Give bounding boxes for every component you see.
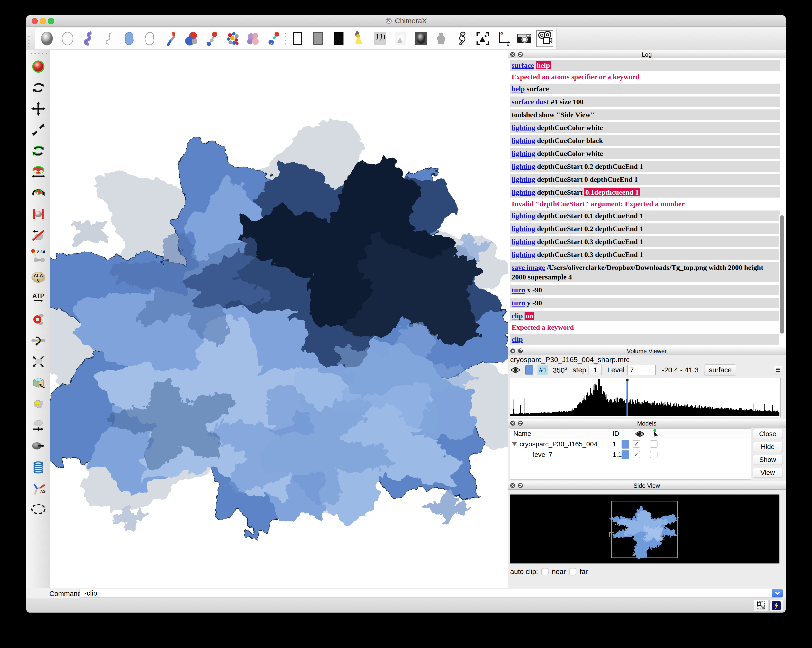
cartoon-outline-icon[interactable] (98, 29, 119, 49)
background-black-icon[interactable] (328, 29, 349, 49)
side-view-panel-header[interactable]: Side View (508, 481, 786, 490)
rotate-model-icon[interactable] (30, 185, 47, 201)
side-view-screen[interactable] (510, 494, 780, 563)
zoom-arrows-icon[interactable] (30, 122, 47, 138)
translate-selected-icon[interactable] (30, 164, 47, 180)
log-command-link[interactable]: lighting (511, 162, 535, 170)
atom-label-icon[interactable]: ATP (30, 290, 47, 306)
lighting-full-icon[interactable] (411, 29, 431, 49)
log-command-link[interactable]: clip (511, 312, 523, 320)
record-movie-icon[interactable] (534, 29, 555, 49)
show-model-button[interactable]: Show (752, 455, 783, 465)
surface-outline-icon[interactable] (140, 29, 160, 49)
log-command-link[interactable]: lighting (511, 175, 535, 183)
rotate-icon[interactable] (30, 79, 47, 96)
log-command-link[interactable]: surface dust (511, 98, 549, 105)
log-command-link[interactable]: lighting (511, 149, 535, 157)
silhouette-icon[interactable] (431, 29, 452, 49)
atoms-sphere-outline-icon[interactable] (57, 29, 78, 49)
panel-collapse-button[interactable] (774, 366, 782, 375)
surface-icon[interactable] (119, 29, 140, 49)
log-panel-header[interactable]: Log (508, 50, 786, 59)
log-command-link[interactable]: help (511, 85, 525, 93)
next-map-icon[interactable] (30, 438, 47, 454)
log-command-link[interactable]: lighting (511, 238, 535, 245)
models-panel-header[interactable]: Models (508, 419, 786, 427)
play-series-icon[interactable] (30, 417, 47, 433)
log-scrollbar-thumb[interactable] (780, 215, 784, 334)
background-gray-icon[interactable] (308, 29, 328, 49)
display-style-button[interactable]: surface (704, 364, 736, 375)
log-command-link[interactable]: lighting (511, 212, 535, 220)
snapshot-icon[interactable] (514, 29, 534, 49)
resize-graphics-button[interactable] (754, 600, 768, 611)
log-command-link[interactable]: clip (511, 335, 523, 343)
command-input[interactable] (79, 589, 774, 598)
move-model-icon[interactable] (30, 354, 47, 370)
model-color-swatch[interactable] (621, 450, 629, 459)
rotate-selected-icon[interactable] (30, 143, 47, 159)
distance-icon[interactable]: 2.3Å (30, 248, 47, 264)
step-input[interactable] (589, 365, 602, 375)
torsion-icon[interactable] (30, 332, 47, 349)
log-command-link[interactable]: save image (511, 264, 545, 271)
log-command-link[interactable]: lighting (511, 124, 535, 131)
log-command-link[interactable]: lighting (511, 188, 535, 196)
auto-clip-near-checkbox[interactable] (541, 568, 548, 575)
log-command-link[interactable]: lighting (511, 250, 535, 258)
orient-axes-icon[interactable]: y x (493, 29, 514, 49)
fast-mode-button[interactable] (769, 600, 783, 611)
cartoon-ribbon-icon[interactable] (78, 29, 98, 49)
lasso-select-icon[interactable] (30, 501, 47, 517)
id-column-header[interactable]: ID (612, 430, 619, 438)
color-by-element-icon[interactable] (222, 29, 243, 49)
name-column-header[interactable]: Name (513, 430, 531, 438)
log-command-link[interactable]: lighting (511, 225, 535, 233)
view-all-icon[interactable] (473, 29, 493, 49)
hide-model-button[interactable]: Hide (752, 442, 783, 452)
color-bfactor-icon[interactable] (263, 29, 284, 49)
volume-viewer-panel-header[interactable]: Volume Viewer (508, 347, 786, 355)
lighting-soft-icon[interactable] (390, 29, 411, 49)
eye-icon[interactable] (510, 366, 521, 374)
background-white-icon[interactable] (287, 29, 308, 49)
histogram-box[interactable] (510, 378, 781, 418)
pick-blob-icon[interactable] (30, 396, 47, 412)
graphics-viewport[interactable] (50, 50, 508, 588)
model-color-swatch[interactable] (621, 440, 629, 448)
model-shown-checkbox[interactable]: ✓ (633, 451, 640, 458)
log-command-link[interactable]: surface (511, 61, 534, 69)
atoms-sphere-icon[interactable] (37, 29, 57, 49)
crop-volume-icon[interactable] (30, 375, 47, 391)
select-icon[interactable] (30, 58, 47, 75)
model-selected-checkbox[interactable] (650, 451, 658, 458)
toolbar-drag-handle[interactable] (28, 36, 29, 47)
model-shown-checkbox[interactable]: ✓ (633, 440, 640, 448)
residue-label-icon[interactable]: ALA 8 (30, 269, 47, 285)
spring-icon[interactable] (30, 459, 47, 475)
model-selected-checkbox[interactable] (650, 440, 658, 448)
unclip-icon[interactable] (30, 227, 47, 243)
log-command-link[interactable]: turn (511, 286, 525, 294)
log-command-link[interactable]: lighting (511, 137, 535, 145)
title-bar[interactable]: ChimeraX (26, 15, 786, 27)
disclosure-triangle-icon[interactable] (512, 442, 517, 446)
log-scrollbar-track[interactable] (779, 214, 785, 346)
volume-model-id[interactable]: #1 (537, 365, 548, 375)
lighting-default-icon[interactable] (349, 29, 369, 49)
level-input[interactable] (627, 365, 656, 375)
lighting-flat-icon[interactable] (369, 29, 390, 49)
seahorse-spin-icon[interactable] (452, 29, 473, 49)
volume-histogram[interactable] (510, 378, 780, 416)
model-table-row[interactable]: cryosparc_P30_J165_004...1✓ (510, 439, 751, 450)
stick-style-icon[interactable] (160, 29, 181, 49)
log-content[interactable]: surface helpExpected an atoms specifier … (508, 58, 786, 347)
sidebar-drag-handle[interactable] (31, 53, 47, 54)
auto-clip-far-checkbox[interactable] (569, 568, 576, 575)
ball-and-stick-icon[interactable] (201, 29, 222, 49)
spacefill-style-icon[interactable] (181, 29, 201, 49)
color-surface-icon[interactable] (243, 29, 263, 49)
close-model-button[interactable]: Close (752, 429, 783, 439)
swap-rotamer-icon[interactable]: ASN (30, 480, 47, 496)
volume-color-swatch[interactable] (525, 366, 533, 375)
